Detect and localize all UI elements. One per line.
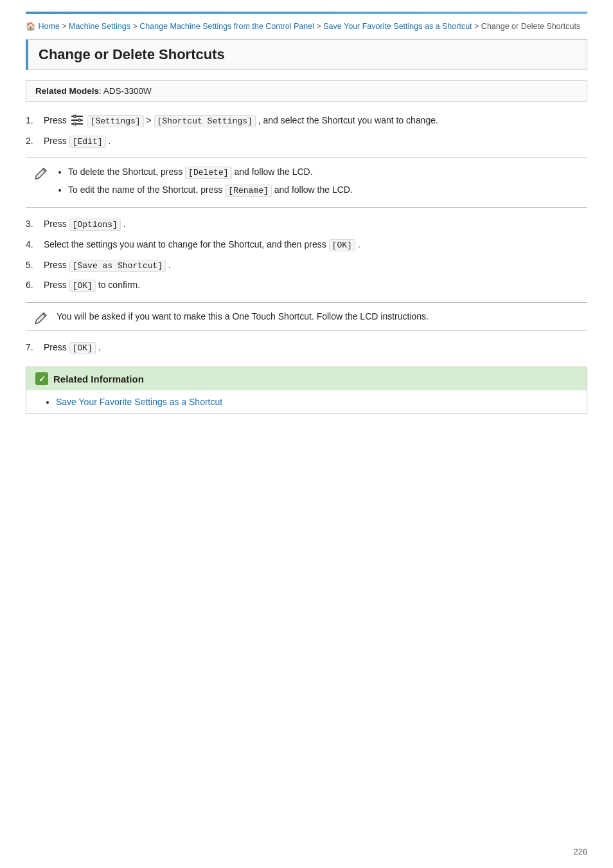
- note-1-item-1-after: and follow the LCD.: [234, 167, 312, 177]
- step-6-text-before: Press: [44, 280, 69, 290]
- step-1-operator: >: [146, 115, 154, 125]
- step-5: 5. Press [Save as Shortcut] .: [26, 258, 587, 273]
- step-1-text-after: , and select the Shortcut you want to ch…: [258, 115, 438, 125]
- note-1-item-2-after: and follow the LCD.: [274, 185, 353, 195]
- pencil-icon-1: [33, 166, 49, 181]
- step-7-code1: [OK]: [69, 342, 96, 354]
- step-6-text-after: to confirm.: [98, 280, 140, 290]
- step-6: 6. Press [OK] to confirm.: [26, 278, 587, 293]
- breadcrumb-sep3: >: [316, 22, 323, 31]
- pencil-icon-2: [33, 311, 49, 326]
- step-4-text-before: Select the settings you want to change f…: [44, 239, 329, 249]
- step-5-text-before: Press: [44, 260, 69, 270]
- step-4: 4. Select the settings you want to chang…: [26, 237, 587, 253]
- step-2-text-before: Press: [44, 136, 69, 146]
- breadcrumb-home-link[interactable]: Home: [38, 22, 59, 31]
- breadcrumb-sep2: >: [132, 22, 139, 31]
- note-1-item-2-code: [Rename]: [225, 185, 271, 197]
- page-number: 226: [573, 847, 587, 856]
- step-3: 3. Press [Options] .: [26, 217, 587, 232]
- steps-list-3: 7. Press [OK] .: [26, 340, 587, 356]
- related-models-box: Related Models: ADS-3300W: [26, 80, 587, 102]
- breadcrumb-sep4: >: [474, 22, 481, 31]
- related-info-link-1[interactable]: Save Your Favorite Settings as a Shortcu…: [56, 397, 222, 407]
- page-title: Change or Delete Shortcuts: [39, 46, 576, 63]
- related-info-header: ✓ Related Information: [26, 367, 587, 390]
- note-1-item-1-code: [Delete]: [185, 167, 231, 179]
- svg-point-4: [78, 119, 81, 122]
- step-1: 1. Press [Settings] > [Shortcut Settings…: [26, 113, 587, 129]
- breadcrumb-current: Change or Delete Shortcuts: [481, 22, 580, 31]
- related-models-label: Related Models: [35, 86, 99, 96]
- step-1-text-before: Press: [44, 115, 69, 125]
- step-5-code1: [Save as Shortcut]: [69, 260, 166, 272]
- note-2-text: You will be asked if you want to make th…: [57, 311, 429, 321]
- step-2-text-after: .: [108, 136, 111, 146]
- related-info-body: Save Your Favorite Settings as a Shortcu…: [26, 390, 587, 413]
- note-1-item-2-before: To edit the name of the Shortcut, press: [68, 185, 225, 195]
- page-title-section: Change or Delete Shortcuts: [26, 39, 587, 70]
- step-4-code1: [OK]: [329, 239, 355, 251]
- checkmark-icon: ✓: [39, 374, 46, 384]
- related-info-section: ✓ Related Information Save Your Favorite…: [26, 366, 587, 414]
- step-3-text-before: Press: [44, 219, 69, 229]
- step-1-code1: [Settings]: [87, 115, 144, 127]
- step-5-text-after: .: [168, 260, 171, 270]
- steps-list-1: 1. Press [Settings] > [Shortcut Settings…: [26, 113, 587, 149]
- related-models-value: ADS-3300W: [103, 86, 152, 96]
- step-3-code1: [Options]: [69, 219, 121, 231]
- breadcrumb: 🏠 Home > Machine Settings > Change Machi…: [26, 21, 587, 33]
- step-6-num: 6.: [26, 278, 33, 292]
- breadcrumb-save-favorite-link[interactable]: Save Your Favorite Settings as a Shortcu…: [323, 22, 472, 31]
- related-info-item-1: Save Your Favorite Settings as a Shortcu…: [56, 397, 578, 407]
- step-2: 2. Press [Edit] .: [26, 134, 587, 149]
- settings-icon: [71, 114, 84, 127]
- step-3-num: 3.: [26, 217, 33, 231]
- step-6-code1: [OK]: [69, 280, 96, 292]
- note-1-list: To delete the Shortcut, press [Delete] a…: [57, 165, 578, 198]
- note-1-item-1-before: To delete the Shortcut, press: [68, 167, 185, 177]
- svg-point-5: [73, 123, 76, 125]
- svg-rect-2: [71, 123, 83, 125]
- breadcrumb-home-icon: 🏠: [26, 22, 36, 31]
- related-info-list: Save Your Favorite Settings as a Shortcu…: [44, 397, 578, 407]
- step-7-text-before: Press: [44, 342, 69, 352]
- step-1-code2: [Shortcut Settings]: [154, 115, 256, 127]
- note-box-2: You will be asked if you want to make th…: [26, 302, 587, 330]
- top-border: [26, 12, 587, 14]
- svg-rect-1: [71, 120, 83, 121]
- note-1-item-1: To delete the Shortcut, press [Delete] a…: [68, 165, 578, 180]
- note-box-1: To delete the Shortcut, press [Delete] a…: [26, 158, 587, 208]
- step-1-num: 1.: [26, 113, 33, 127]
- note-1-item-2: To edit the name of the Shortcut, press …: [68, 183, 578, 198]
- breadcrumb-machine-settings-link[interactable]: Machine Settings: [69, 22, 130, 31]
- related-info-title: Related Information: [53, 374, 144, 384]
- step-2-code1: [Edit]: [69, 136, 106, 148]
- step-7-num: 7.: [26, 340, 33, 354]
- steps-list-2: 3. Press [Options] . 4. Select the setti…: [26, 217, 587, 293]
- step-7: 7. Press [OK] .: [26, 340, 587, 356]
- breadcrumb-change-machine-link[interactable]: Change Machine Settings from the Control…: [139, 22, 314, 31]
- step-2-num: 2.: [26, 134, 33, 148]
- step-4-text-after: .: [358, 239, 360, 249]
- checkmark-box: ✓: [35, 372, 48, 385]
- step-4-num: 4.: [26, 237, 33, 251]
- svg-point-3: [73, 115, 76, 118]
- step-5-num: 5.: [26, 258, 33, 272]
- breadcrumb-sep1: >: [62, 22, 69, 31]
- step-3-text-after: .: [123, 219, 126, 229]
- page-wrapper: 🏠 Home > Machine Settings > Change Machi…: [0, 0, 613, 868]
- step-7-text-after: .: [98, 342, 101, 352]
- svg-rect-0: [71, 116, 83, 117]
